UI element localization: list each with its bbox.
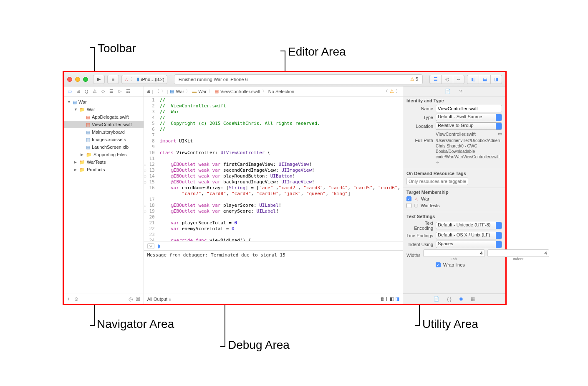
code-snippet-lib-tab[interactable]: { } bbox=[447, 297, 451, 302]
breakpoint-navigator-tab[interactable]: ▷ bbox=[116, 89, 123, 94]
console-pane-toggle[interactable]: ◨ bbox=[395, 296, 399, 301]
activity-status-bar: Finished running War on iPhone 6 ⚠ 5 bbox=[174, 74, 423, 84]
indent-label: Indent Using bbox=[406, 242, 433, 247]
find-navigator-tab[interactable]: Q bbox=[83, 89, 90, 94]
toggle-navigator-button[interactable]: ◧ bbox=[467, 75, 479, 84]
anno-editor-label: Editor Area bbox=[288, 45, 346, 58]
variables-pane-toggle[interactable]: ◧ bbox=[390, 296, 394, 301]
project-tree[interactable]: ▼▤War▼📁War▤AppDelegate.swift▤ViewControl… bbox=[64, 96, 144, 294]
jump-item[interactable]: ViewController.swift bbox=[220, 89, 260, 94]
assistant-editor-button[interactable]: ◎ bbox=[441, 75, 453, 84]
toggle-utility-button[interactable]: ◨ bbox=[490, 75, 502, 84]
name-field[interactable] bbox=[436, 105, 502, 112]
xcode-window: ▶ ■ ⩑ 〉 ▮ iPho…(8.2) Finished running Wa… bbox=[63, 71, 507, 305]
window-controls bbox=[67, 77, 88, 82]
choose-path-icon[interactable]: ▭ bbox=[498, 131, 502, 137]
location-select[interactable]: Relative to Group▴▾ bbox=[436, 122, 502, 130]
target-war-label: War bbox=[421, 196, 429, 201]
tree-item[interactable]: ▤Images.xcassets bbox=[64, 136, 144, 143]
debug-footer: All Output ⇳ 🗑 | ◧ ◨ bbox=[144, 294, 403, 304]
code-content[interactable]: //// ViewController.swift// War//// Copy… bbox=[157, 96, 403, 241]
target-war-checkbox[interactable]: ✓ bbox=[406, 196, 411, 201]
symbol-navigator-tab[interactable]: ⊞ bbox=[75, 89, 81, 94]
recent-filter-button[interactable]: ◷ bbox=[129, 296, 133, 302]
zoom-window-button[interactable] bbox=[83, 77, 88, 82]
tree-item[interactable]: ▼📁War bbox=[64, 106, 144, 113]
reveal-path-icon[interactable]: ➜ bbox=[436, 160, 439, 165]
toolbar: ▶ ■ ⩑ 〉 ▮ iPho…(8.2) Finished running Wa… bbox=[64, 72, 505, 86]
jump-item[interactable]: No Selection bbox=[268, 89, 294, 94]
tree-item[interactable]: ▶📁Products bbox=[64, 166, 144, 173]
location-label: Location bbox=[406, 124, 433, 129]
jump-bar[interactable]: ⊞ | 〈 〉 | ▤ War 〉 ▬ War 〉 ▤ ViewControll… bbox=[144, 86, 403, 96]
status-text: Finished running War on iPhone 6 bbox=[179, 77, 248, 82]
test-navigator-tab[interactable]: ◇ bbox=[100, 89, 106, 94]
location-file: ViewController.swift bbox=[436, 132, 495, 137]
close-window-button[interactable] bbox=[67, 77, 72, 82]
file-inspector-tab[interactable]: 📄 bbox=[445, 89, 451, 94]
indent-select[interactable]: Spaces▴▾ bbox=[436, 241, 502, 248]
version-editor-button[interactable]: ↔ bbox=[453, 75, 464, 84]
tab-width-field[interactable] bbox=[423, 249, 485, 257]
tree-item[interactable]: ▶📁WarTests bbox=[64, 158, 144, 166]
indent-sublabel: Indent bbox=[487, 257, 549, 261]
scheme-selector[interactable]: ⩑ 〉 ▮ iPho…(8.2) bbox=[121, 75, 167, 84]
lineend-select[interactable]: Default - OS X / Unix (LF)▴▾ bbox=[436, 232, 502, 239]
file-template-lib-tab[interactable]: 📄 bbox=[434, 296, 439, 302]
toggle-debug-button[interactable]: ⬓ bbox=[479, 75, 490, 84]
debug-view-toggle[interactable]: ▽ bbox=[147, 243, 154, 249]
quick-help-tab[interactable]: ?⃝ bbox=[459, 89, 463, 94]
tree-item[interactable]: ▶📁Supporting Files bbox=[64, 151, 144, 158]
report-navigator-tab[interactable]: ☶ bbox=[125, 89, 131, 94]
line-gutter[interactable]: 1234567891011121314151617181920212223242… bbox=[144, 96, 157, 241]
debug-toolbar: ▽ ◗ bbox=[144, 241, 403, 251]
back-button[interactable]: 〈 bbox=[155, 88, 159, 94]
navigator-area: ▭ ⊞ Q ⚠ ◇ ☰ ▷ ☶ ▼▤War▼📁War▤AppDelegate.s… bbox=[64, 86, 144, 304]
jump-item[interactable]: War bbox=[198, 89, 207, 94]
target-tests-label: WarTests bbox=[421, 203, 439, 208]
tree-item[interactable]: ▤AppDelegate.swift bbox=[64, 113, 144, 121]
jump-item[interactable]: War bbox=[176, 89, 184, 94]
encoding-select[interactable]: Default - Unicode (UTF-8)▴▾ bbox=[436, 222, 502, 229]
output-filter[interactable]: All Output bbox=[147, 297, 167, 302]
tree-item[interactable]: ▤ViewController.swift bbox=[64, 121, 144, 128]
scm-filter-button[interactable]: ☒ bbox=[136, 296, 140, 302]
tab-sublabel: Tab bbox=[423, 257, 485, 261]
object-lib-tab[interactable]: ◉ bbox=[459, 296, 463, 302]
stop-button[interactable]: ■ bbox=[107, 75, 119, 84]
indent-width-field[interactable] bbox=[487, 249, 549, 257]
type-select[interactable]: Default - Swift Source▴▾ bbox=[436, 114, 502, 121]
lineend-label: Line Endings bbox=[406, 233, 433, 238]
jump-file-icon: ▤ bbox=[215, 89, 219, 94]
forward-button[interactable]: 〉 bbox=[161, 88, 166, 94]
issue-icon: ⚠ bbox=[390, 89, 394, 94]
prev-issue-button[interactable]: 〈 bbox=[384, 88, 388, 94]
type-label: Type bbox=[406, 115, 433, 120]
identity-header: Identity and Type bbox=[406, 98, 502, 103]
project-navigator-tab[interactable]: ▭ bbox=[66, 89, 73, 94]
related-items-icon[interactable]: ⊞ bbox=[146, 89, 150, 94]
tree-item[interactable]: ▤LaunchScreen.xib bbox=[64, 143, 144, 151]
filter-button[interactable]: ⊜ bbox=[74, 296, 78, 302]
media-lib-tab[interactable]: ▦ bbox=[471, 296, 475, 302]
tree-item[interactable]: ▤Main.storyboard bbox=[64, 128, 144, 136]
wrap-lines-checkbox[interactable]: ✓ bbox=[436, 262, 441, 267]
clear-console-button[interactable]: 🗑 bbox=[380, 296, 385, 301]
run-button[interactable]: ▶ bbox=[93, 75, 105, 84]
breakpoint-toggle-icon[interactable]: ◗ bbox=[158, 243, 160, 249]
add-button[interactable]: + bbox=[67, 296, 70, 302]
minimize-window-button[interactable] bbox=[75, 77, 80, 82]
device-icon: ▮ bbox=[137, 76, 139, 82]
console-output[interactable]: Message from debugger: Terminated due to… bbox=[144, 251, 403, 294]
issue-navigator-tab[interactable]: ⚠ bbox=[91, 89, 98, 94]
anno-debug-label: Debug Area bbox=[228, 338, 290, 352]
tree-item[interactable]: ▼▤War bbox=[64, 98, 144, 106]
debug-navigator-tab[interactable]: ☰ bbox=[108, 89, 115, 94]
warning-badge[interactable]: ⚠ 5 bbox=[410, 76, 418, 82]
next-issue-button[interactable]: 〉 bbox=[396, 88, 400, 94]
name-label: Name bbox=[406, 106, 433, 111]
standard-editor-button[interactable]: ☰ bbox=[429, 75, 441, 84]
encoding-label: Text Encoding bbox=[406, 221, 433, 231]
code-editor[interactable]: 1234567891011121314151617181920212223242… bbox=[144, 96, 403, 241]
target-tests-checkbox[interactable] bbox=[406, 203, 411, 208]
